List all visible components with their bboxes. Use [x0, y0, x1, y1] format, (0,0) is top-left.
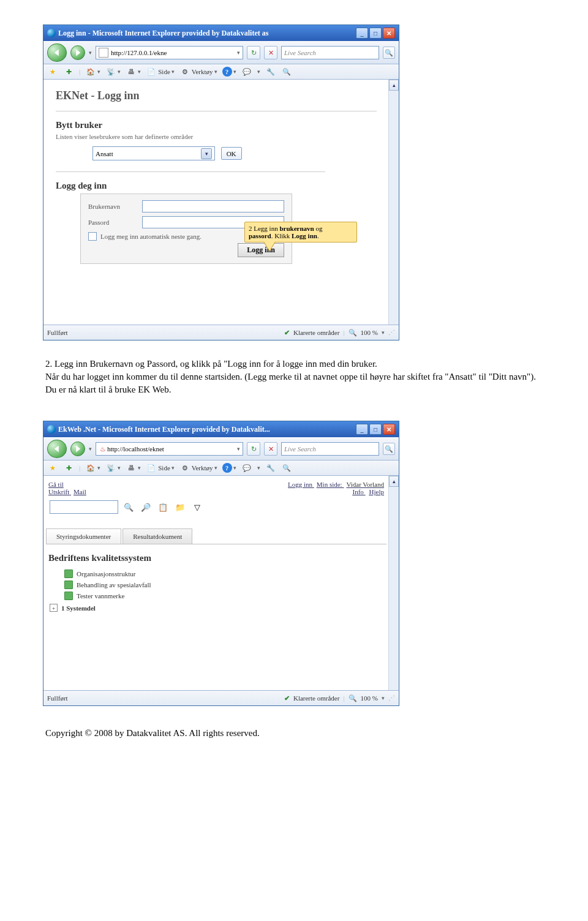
scrollbar[interactable]: ▴ — [388, 80, 399, 325]
copyright-footer: Copyright © 2008 by Datakvalitet AS. All… — [45, 728, 543, 739]
address-bar[interactable]: ♨ http://localhost/eknet ▾ — [96, 442, 243, 456]
page-label: Side — [158, 464, 170, 472]
zoom-value: 100 % — [361, 694, 378, 702]
addon-icon-2[interactable]: 🔍 — [281, 462, 292, 473]
tab-resultatdokument[interactable]: Resultatdokument — [123, 528, 192, 544]
app-search-input[interactable] — [50, 500, 118, 514]
messenger-icon[interactable]: 💬 — [241, 66, 252, 77]
page-icon: 📄 — [146, 66, 157, 77]
zoom-folder-icon[interactable]: 📁 — [173, 500, 187, 514]
page-content: ▴ EKNet - Logg inn Bytt bruker Listen vi… — [43, 80, 399, 325]
stop-button[interactable]: ✕ — [264, 46, 277, 59]
list-icon[interactable]: 📋 — [156, 500, 170, 514]
tools-menu[interactable]: ⚙Verktøy▾ — [179, 462, 217, 473]
help-icon: ? — [222, 463, 232, 473]
search-placeholder: Live Search — [284, 49, 316, 56]
print-button[interactable]: 🖶▾ — [126, 66, 141, 77]
command-toolbar: ★ ✚ | 🏠▾ 📡▾ 🖶▾ 📄Side▾ ⚙Verktøy▾ ?▾ 💬 ▾ 🔧… — [43, 64, 399, 80]
zoom-icon[interactable]: 🔍 — [349, 694, 357, 702]
home-icon: 🏠 — [85, 66, 96, 77]
help-button[interactable]: ?▾ — [222, 67, 236, 77]
zoom-icon[interactable]: 🔍 — [349, 329, 357, 337]
nav-help[interactable]: Hjelp — [369, 488, 384, 495]
nav-toolbar: ▾ http://127.0.0.1/ekne ▾ ↻ ✕ Live Searc… — [43, 41, 399, 64]
add-favorite-icon[interactable]: ✚ — [63, 462, 74, 473]
ok-button[interactable]: OK — [221, 147, 242, 160]
refresh-button[interactable]: ↻ — [247, 46, 260, 59]
feeds-button[interactable]: 📡▾ — [105, 462, 121, 473]
check-icon: ✔ — [284, 329, 290, 337]
favorites-star-icon[interactable]: ★ — [47, 462, 58, 473]
help-button[interactable]: ?▾ — [222, 463, 236, 473]
tooltip-callout: 2 Legg inn brukernavn og passord. Klikk … — [244, 222, 357, 242]
search-button[interactable]: 🔍 — [383, 443, 395, 455]
zoom-dropdown-icon[interactable]: ▾ — [382, 695, 385, 701]
addon-icon-2[interactable]: 🔍 — [281, 66, 292, 77]
gear-icon: ⚙ — [179, 462, 190, 473]
filter-icon[interactable]: ▽ — [190, 500, 204, 514]
addon-icon-1[interactable]: 🔧 — [265, 66, 276, 77]
tab-styringsdokumenter[interactable]: Styringsdokumenter — [46, 528, 121, 544]
check-icon: ✔ — [284, 694, 290, 702]
favorites-star-icon[interactable]: ★ — [47, 66, 58, 77]
command-toolbar: ★ ✚ | 🏠▾ 📡▾ 🖶▾ 📄Side▾ ⚙Verktøy▾ ?▾ 💬 ▾ 🔧… — [43, 460, 399, 476]
window-title: Logg inn - Microsoft Internet Explorer p… — [58, 29, 268, 38]
tree-item[interactable]: Behandling av spesialavfall — [64, 581, 384, 589]
print-button[interactable]: 🖶▾ — [126, 462, 141, 473]
login-button[interactable]: Logg inn — [238, 243, 284, 257]
page-menu[interactable]: 📄Side▾ — [146, 462, 175, 473]
forward-button[interactable] — [70, 442, 85, 456]
titlebar: Logg inn - Microsoft Internet Explorer p… — [43, 25, 399, 41]
home-button[interactable]: 🏠▾ — [85, 462, 100, 473]
back-button[interactable] — [47, 43, 67, 62]
nav-goto[interactable]: Gå til — [48, 481, 64, 488]
search-icon[interactable]: 🔍 — [122, 500, 135, 514]
forward-button[interactable] — [70, 45, 85, 60]
nav-mypage-link[interactable]: Min side: — [317, 481, 342, 488]
nav-info[interactable]: Info — [352, 488, 363, 495]
home-button[interactable]: 🏠▾ — [85, 66, 100, 77]
maximize-button[interactable]: □ — [369, 28, 382, 39]
tree-item[interactable]: Organisasjonsstruktur — [64, 570, 384, 578]
nav-mail[interactable]: Mail — [74, 488, 86, 495]
maximize-button[interactable]: □ — [369, 424, 382, 435]
back-button[interactable] — [47, 440, 67, 458]
address-bar[interactable]: http://127.0.0.1/ekne ▾ — [96, 46, 243, 59]
user-select[interactable]: Ansatt ▾ — [92, 146, 215, 160]
status-bar: Fullført ✔ Klarerte områder | 🔍 100 % ▾ … — [43, 325, 399, 340]
search-box[interactable]: Live Search — [281, 46, 379, 59]
tree-branch[interactable]: + 1 Systemdel — [50, 604, 384, 612]
stop-button[interactable]: ✕ — [264, 442, 277, 456]
advanced-search-icon[interactable]: 🔎 — [139, 500, 153, 514]
address-dropdown-icon[interactable]: ▾ — [237, 446, 240, 452]
scroll-up-icon[interactable]: ▴ — [389, 476, 399, 487]
password-label: Passord — [88, 219, 137, 226]
messenger-icon[interactable]: 💬 — [241, 462, 252, 473]
username-input[interactable] — [142, 200, 284, 212]
scroll-up-icon[interactable]: ▴ — [389, 80, 399, 91]
nav-print[interactable]: Utskrift — [48, 488, 69, 495]
feeds-button[interactable]: 📡▾ — [105, 66, 121, 77]
nav-login-link[interactable]: Logg inn — [288, 481, 312, 488]
page-menu[interactable]: 📄Side▾ — [146, 66, 175, 77]
close-button[interactable]: ✕ — [383, 424, 395, 435]
tree-item[interactable]: Tester vannmerke — [64, 592, 384, 600]
search-button[interactable]: 🔍 — [383, 47, 395, 59]
zoom-dropdown-icon[interactable]: ▾ — [382, 329, 385, 336]
nav-history-dropdown[interactable]: ▾ — [89, 446, 92, 452]
add-favorite-icon[interactable]: ✚ — [63, 66, 74, 77]
url-text: http://127.0.0.1/ekne — [111, 49, 167, 56]
minimize-button[interactable]: _ — [356, 28, 368, 39]
addon-icon-1[interactable]: 🔧 — [265, 462, 276, 473]
address-dropdown-icon[interactable]: ▾ — [237, 50, 240, 56]
refresh-button[interactable]: ↻ — [247, 442, 260, 456]
scrollbar[interactable]: ▴ — [388, 476, 399, 690]
window-title: EkWeb .Net - Microsoft Internet Explorer… — [58, 425, 270, 434]
minimize-button[interactable]: _ — [356, 424, 368, 435]
tools-menu[interactable]: ⚙Verktøy▾ — [179, 66, 217, 77]
nav-history-dropdown[interactable]: ▾ — [89, 50, 92, 56]
close-button[interactable]: ✕ — [383, 28, 395, 39]
expand-icon[interactable]: + — [50, 604, 58, 612]
remember-checkbox[interactable] — [88, 232, 97, 241]
search-box[interactable]: Live Search — [281, 442, 379, 456]
